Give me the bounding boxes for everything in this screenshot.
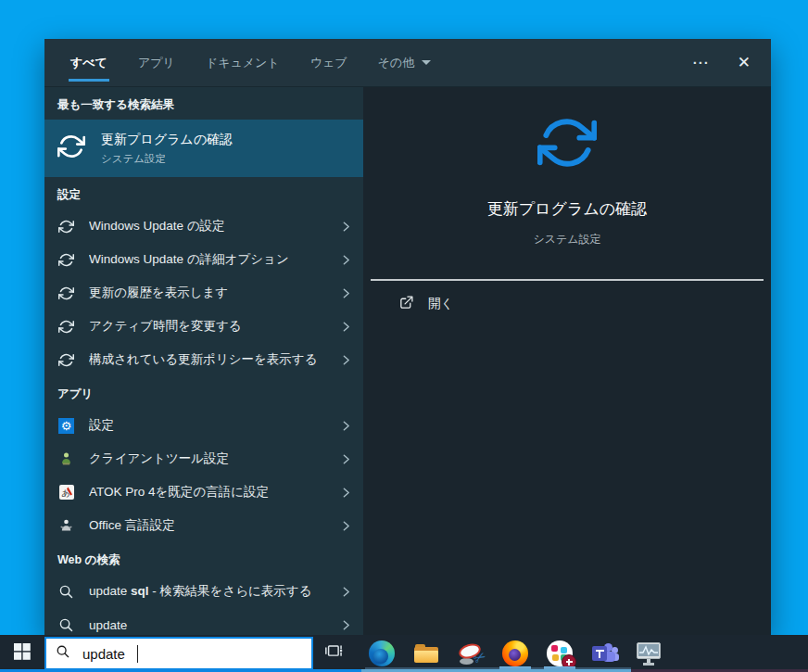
- result-row[interactable]: Windows Update の設定: [44, 209, 363, 243]
- result-label: update sql - 検索結果をさらに表示する: [89, 583, 326, 600]
- atok-icon: あ: [57, 485, 75, 500]
- search-flyout: すべてアプリドキュメントウェブその他 ··· ✕ 最も一致する検索結果 更新プロ…: [44, 39, 771, 635]
- tabbar-actions: ··· ✕: [693, 53, 751, 72]
- chevron-right-icon: [340, 254, 352, 266]
- firefox-taskbar-button[interactable]: [493, 635, 537, 672]
- gear-app-icon: ⚙: [57, 418, 75, 434]
- sync-icon: [57, 319, 75, 335]
- windows-logo-icon: [14, 643, 31, 664]
- result-label: Windows Update の設定: [89, 218, 326, 235]
- result-label: ATOK Pro 4を既定の言語に設定: [89, 484, 326, 501]
- result-label: update: [89, 618, 326, 632]
- chevron-down-icon: [422, 60, 431, 65]
- text-cursor: [137, 645, 139, 663]
- microsoft-teams-taskbar-button[interactable]: [582, 635, 626, 672]
- snipping-tool-icon: ✂: [458, 640, 484, 666]
- sync-icon: [57, 352, 75, 368]
- microsoft-edge-icon: [369, 640, 395, 666]
- tab-label: アプリ: [138, 55, 175, 71]
- result-label: アクティブ時間を変更する: [89, 318, 326, 335]
- preview-divider: [371, 279, 764, 281]
- open-external-icon: [398, 295, 414, 313]
- result-label: 設定: [89, 417, 326, 434]
- sync-icon: [57, 219, 75, 235]
- sync-icon: [57, 133, 85, 164]
- firefox-icon: [502, 640, 528, 666]
- result-row[interactable]: update sql - 検索結果をさらに表示する: [44, 575, 363, 608]
- best-match-title: 更新プログラムの確認: [101, 132, 233, 148]
- chevron-right-icon: [340, 221, 352, 233]
- taskbar: update ✂: [0, 635, 808, 672]
- microsoft-teams-icon: [590, 641, 618, 666]
- start-button[interactable]: [0, 635, 44, 672]
- result-label: クライアントツール設定: [89, 450, 326, 467]
- file-explorer-taskbar-button[interactable]: [404, 635, 448, 672]
- close-icon[interactable]: ✕: [738, 53, 751, 72]
- office-lang-icon: [57, 518, 75, 533]
- result-label: Office 言語設定: [89, 517, 326, 534]
- app-with-plus-badge-taskbar-button[interactable]: [537, 635, 582, 672]
- result-row[interactable]: Windows Update の詳細オプション: [44, 243, 363, 276]
- chevron-right-icon: [340, 487, 352, 499]
- result-row[interactable]: 構成されている更新ポリシーを表示する: [44, 343, 363, 376]
- search-icon: [57, 584, 75, 600]
- sync-icon: [57, 285, 75, 301]
- sync-icon: [57, 252, 75, 268]
- tab-web[interactable]: ウェブ: [310, 39, 347, 86]
- chevron-right-icon: [340, 420, 352, 432]
- app-with-plus-badge-icon: [547, 640, 573, 666]
- taskbar-search-input[interactable]: update: [44, 637, 313, 670]
- result-row[interactable]: あATOK Pro 4を既定の言語に設定: [44, 475, 363, 509]
- tab-label: その他: [378, 55, 415, 71]
- tab-label: すべて: [70, 55, 107, 71]
- preview-title: 更新プログラムの確認: [487, 198, 647, 220]
- result-row[interactable]: クライアントツール設定: [44, 442, 363, 475]
- result-label: 更新の履歴を表示します: [89, 285, 326, 301]
- task-view-button[interactable]: [315, 635, 354, 672]
- section-header: 設定: [44, 177, 363, 209]
- chevron-right-icon: [340, 453, 352, 465]
- tab-label: ウェブ: [310, 55, 347, 71]
- section-header: Web の検索: [44, 542, 363, 575]
- snipping-tool-taskbar-button[interactable]: ✂: [448, 635, 493, 672]
- tab-apps[interactable]: アプリ: [138, 39, 175, 86]
- tab-all[interactable]: すべて: [70, 39, 107, 86]
- tab-documents[interactable]: ドキュメント: [206, 39, 280, 86]
- preview-pane: 更新プログラムの確認 システム設定 開く: [363, 87, 771, 635]
- task-view-icon: [324, 641, 345, 666]
- file-explorer-icon: [414, 644, 438, 663]
- open-action[interactable]: 開く: [398, 295, 453, 313]
- system-monitor-taskbar-button[interactable]: [626, 635, 671, 672]
- client-tool-icon: [57, 451, 75, 466]
- search-icon: [57, 617, 75, 633]
- result-label: 構成されている更新ポリシーを表示する: [89, 351, 326, 368]
- tabs-group: すべてアプリドキュメントウェブその他: [70, 39, 461, 86]
- search-input-value: update: [82, 646, 125, 662]
- best-match-result[interactable]: 更新プログラムの確認 システム設定: [44, 120, 363, 177]
- search-tabbar: すべてアプリドキュメントウェブその他 ··· ✕: [44, 39, 771, 87]
- result-row[interactable]: Office 言語設定: [44, 509, 363, 542]
- result-sections: 設定Windows Update の設定Windows Update の詳細オプ…: [44, 177, 363, 641]
- search-icon: [56, 644, 70, 663]
- tab-more[interactable]: その他: [378, 39, 432, 86]
- more-options-button[interactable]: ···: [693, 55, 710, 70]
- result-row[interactable]: 更新の履歴を表示します: [44, 276, 363, 310]
- best-match-text: 更新プログラムの確認 システム設定: [101, 132, 233, 166]
- taskbar-app-icons: ✂: [360, 635, 671, 672]
- chevron-right-icon: [340, 321, 352, 333]
- section-header: アプリ: [44, 376, 363, 409]
- chevron-right-icon: [340, 287, 352, 299]
- microsoft-edge-taskbar-button[interactable]: [360, 635, 404, 672]
- desktop: { "flyout": { "tabs": [ {"label": "すべて",…: [0, 0, 808, 672]
- result-row[interactable]: ⚙設定: [44, 409, 363, 442]
- chevron-right-icon: [340, 354, 352, 366]
- chevron-right-icon: [340, 586, 352, 598]
- result-label: Windows Update の詳細オプション: [89, 251, 326, 268]
- preview-subtitle: システム設定: [533, 232, 600, 247]
- best-match-subtitle: システム設定: [101, 152, 233, 166]
- system-monitor-icon: [637, 642, 661, 666]
- chevron-right-icon: [340, 619, 352, 631]
- sync-icon-large: [537, 113, 597, 176]
- result-row[interactable]: アクティブ時間を変更する: [44, 310, 363, 343]
- best-match-header: 最も一致する検索結果: [44, 87, 363, 120]
